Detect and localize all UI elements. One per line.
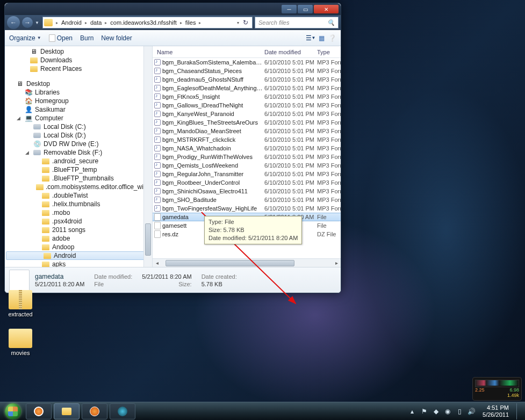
chevron-right-icon[interactable]: ▸ bbox=[105, 20, 107, 25]
chevron-right-icon[interactable]: ▸ bbox=[56, 20, 58, 25]
scroll-right-button[interactable]: ▸ bbox=[332, 260, 341, 266]
organize-menu[interactable]: Organize ▼ bbox=[9, 34, 41, 42]
file-row[interactable]: bgm_MSTRKRFT_clickclick6/10/2010 5:01 PM… bbox=[153, 135, 341, 144]
search-input[interactable]: Search files🔍 bbox=[255, 17, 339, 28]
file-row[interactable]: bgm_Qemists_LostWeekend6/10/2010 5:01 PM… bbox=[153, 161, 341, 170]
taskbar-firefox[interactable] bbox=[82, 403, 107, 419]
nav-item[interactable]: Local Disk (C:) bbox=[5, 122, 152, 131]
nav-item[interactable]: 👤Sasikumar bbox=[5, 105, 152, 114]
horizontal-scrollbar[interactable]: ◂ ▸ bbox=[153, 258, 341, 267]
file-row[interactable]: bgm_EaglesofDeathMetal_AnythingCept...6/… bbox=[153, 84, 341, 92]
refresh-button[interactable]: ↻ bbox=[240, 19, 251, 26]
nav-item[interactable]: 🖥Desktop bbox=[5, 47, 152, 56]
nav-item[interactable]: adobe bbox=[5, 234, 152, 243]
nav-item[interactable]: Andoop bbox=[5, 243, 152, 251]
nav-item-label: Local Disk (D:) bbox=[44, 132, 86, 139]
history-dropdown[interactable]: ▼ bbox=[35, 20, 40, 25]
nav-item[interactable]: .doubleTwist bbox=[5, 191, 152, 200]
nav-item[interactable]: .mobo bbox=[5, 208, 152, 217]
nav-item[interactable]: 📚Libraries bbox=[5, 88, 152, 97]
nav-item[interactable]: Downloads bbox=[5, 56, 152, 64]
taskbar-explorer[interactable] bbox=[54, 403, 80, 419]
breadcrumb-seg[interactable]: Android bbox=[59, 19, 84, 26]
file-row[interactable]: bgm_Rootbeer_UnderControl6/10/2010 5:01 … bbox=[153, 178, 341, 187]
breadcrumb-seg[interactable]: files bbox=[183, 19, 198, 26]
col-type[interactable]: Type bbox=[317, 49, 341, 55]
breadcrumb-seg[interactable]: data bbox=[88, 19, 104, 26]
tray-app-icon[interactable]: ◆ bbox=[432, 408, 440, 415]
desktop-icon[interactable]: movies bbox=[4, 329, 37, 356]
breadcrumb[interactable]: ▸ Android ▸ data ▸ com.ideaworks3d.nfssh… bbox=[42, 17, 253, 28]
scrollbar-thumb[interactable] bbox=[166, 260, 294, 266]
chevron-right-icon[interactable]: ▸ bbox=[85, 20, 87, 25]
file-row[interactable]: bgm_ShinichiOsawa_Electro4116/10/2010 5:… bbox=[153, 187, 341, 195]
open-button[interactable]: Open bbox=[49, 34, 73, 42]
network-icon[interactable]: ▯ bbox=[456, 408, 463, 415]
nav-item[interactable]: Recent Places bbox=[5, 64, 152, 73]
file-row[interactable]: bgm_Prodigy_RunWithTheWolves6/10/2010 5:… bbox=[153, 153, 341, 161]
close-button[interactable]: ✕ bbox=[314, 5, 339, 13]
view-options-button[interactable]: ☰ ▼ bbox=[306, 34, 315, 42]
nav-item[interactable]: 🏠Homegroup bbox=[5, 97, 152, 105]
file-row[interactable]: bgm_RegularJohn_Transmitter6/10/2010 5:0… bbox=[153, 170, 341, 178]
file-row[interactable]: bgm_NASA_Whatchadoin6/10/2010 5:01 PMMP3… bbox=[153, 144, 341, 153]
nav-item[interactable]: .BlueFTP_thumbnails bbox=[5, 174, 152, 183]
expand-icon[interactable]: ◢ bbox=[17, 115, 22, 121]
nav-item[interactable]: Android bbox=[6, 251, 151, 260]
nav-item[interactable]: .android_secure bbox=[5, 157, 152, 165]
preview-pane-button[interactable]: ▦ bbox=[317, 34, 326, 42]
newfolder-button[interactable]: New folder bbox=[101, 34, 132, 42]
tray-app-icon[interactable]: ◉ bbox=[444, 408, 451, 415]
maximize-button[interactable]: ▭ bbox=[298, 5, 313, 13]
taskbar-app[interactable] bbox=[110, 403, 135, 419]
minimize-button[interactable]: ─ bbox=[282, 5, 297, 13]
nav-item[interactable]: ◢Removable Disk (F:) bbox=[5, 148, 152, 157]
nav-item[interactable]: 💿DVD RW Drive (E:) bbox=[5, 140, 152, 148]
clock[interactable]: 4:51 PM 5/26/2011 bbox=[479, 404, 512, 417]
breadcrumb-seg[interactable]: com.ideaworks3d.nfsshift bbox=[108, 19, 179, 26]
file-row[interactable]: bgm_FtKnox5_Insight6/10/2010 5:01 PMMP3 … bbox=[153, 92, 341, 101]
forward-button[interactable]: → bbox=[22, 17, 33, 28]
chevron-down-icon[interactable]: ▾ bbox=[237, 20, 239, 25]
column-headers[interactable]: Name Date modified Type bbox=[153, 46, 341, 58]
file-row[interactable]: bgm_KanyeWest_Paranoid6/10/2010 5:01 PMM… bbox=[153, 110, 341, 118]
nav-item[interactable]: 2011 songs bbox=[5, 226, 152, 234]
desktop-icon[interactable]: extracted bbox=[4, 290, 37, 317]
nav-scrollbar[interactable] bbox=[143, 46, 152, 267]
file-row[interactable]: bgm_MandoDiao_MeanStreet6/10/2010 5:01 P… bbox=[153, 127, 341, 135]
titlebar[interactable]: ─ ▭ ✕ bbox=[5, 3, 341, 15]
show-hidden-icon[interactable]: ▴ bbox=[408, 408, 416, 415]
help-button[interactable]: ❔ bbox=[328, 34, 336, 42]
back-button[interactable]: ← bbox=[7, 16, 20, 29]
nav-item[interactable]: .helix.thumbnails bbox=[5, 200, 152, 208]
nav-item[interactable]: 🖥Desktop bbox=[5, 79, 152, 88]
col-name[interactable]: Name bbox=[153, 49, 264, 55]
action-center-icon[interactable]: ⚑ bbox=[420, 408, 428, 415]
file-row[interactable]: bgm_SHO_Baditude6/10/2010 5:01 PMMP3 For… bbox=[153, 195, 341, 204]
taskbar-wmp[interactable] bbox=[26, 403, 52, 419]
show-desktop-button[interactable] bbox=[516, 403, 522, 419]
nav-item[interactable]: ◢💻Computer bbox=[5, 114, 152, 122]
nav-item[interactable]: apks bbox=[5, 260, 152, 267]
expand-icon[interactable]: ◢ bbox=[25, 150, 31, 155]
nav-item[interactable]: .BlueFTP_temp bbox=[5, 165, 152, 174]
burn-button[interactable]: Burn bbox=[80, 34, 94, 42]
file-row[interactable]: bgm_Gallows_IDreadTheNight6/10/2010 5:01… bbox=[153, 101, 341, 110]
chevron-right-icon[interactable]: ▸ bbox=[180, 20, 182, 25]
col-date[interactable]: Date modified bbox=[264, 49, 317, 55]
file-row[interactable]: bgm_BurakaSomSistema_KalembaWegu...6/10/… bbox=[153, 58, 341, 67]
start-button[interactable] bbox=[2, 403, 24, 420]
scrollbar-thumb[interactable] bbox=[145, 223, 151, 256]
performance-gadget[interactable]: 2.256.98 1.49k bbox=[472, 377, 522, 401]
scroll-left-button[interactable]: ◂ bbox=[153, 260, 161, 266]
nav-item[interactable]: .psx4droid bbox=[5, 217, 152, 226]
file-type: MP3 Format bbox=[317, 154, 341, 160]
file-row[interactable]: bgm_deadmau5_GhostsNStuff6/10/2010 5:01 … bbox=[153, 75, 341, 84]
nav-item[interactable]: Local Disk (D:) bbox=[5, 131, 152, 140]
nav-item[interactable]: .com.mobisystems.editor.office_with_reg bbox=[5, 183, 152, 191]
file-row[interactable]: bgm_TwoFingersfeatSway_HighLife6/10/2010… bbox=[153, 204, 341, 213]
file-row[interactable]: bgm_KingBlues_TheStreetsAreOurs6/10/2010… bbox=[153, 118, 341, 127]
chevron-right-icon[interactable]: ▸ bbox=[199, 20, 201, 25]
file-row[interactable]: bgm_ChaseandStatus_Pieces6/10/2010 5:01 … bbox=[153, 67, 341, 75]
volume-icon[interactable]: 🔊 bbox=[468, 408, 475, 415]
